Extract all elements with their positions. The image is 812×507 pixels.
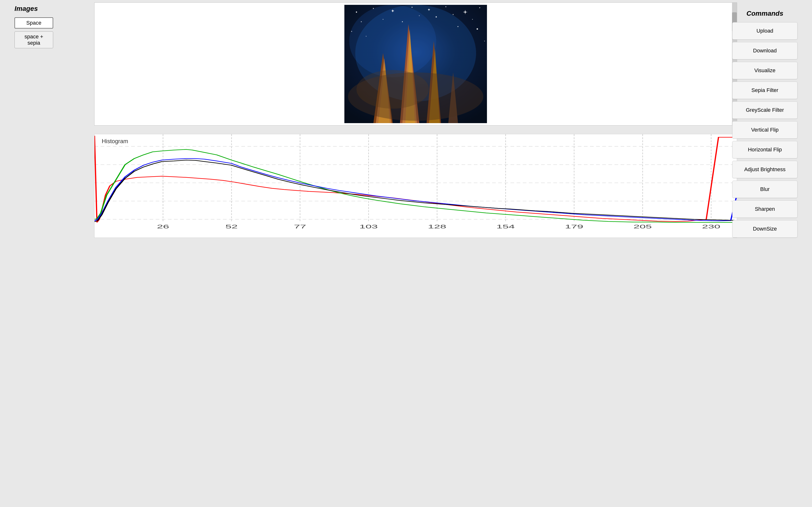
- svg-text:77: 77: [294, 223, 306, 230]
- svg-text:103: 103: [359, 223, 378, 230]
- adjust-brightness-button[interactable]: Adjust Brightness: [732, 161, 798, 178]
- space-image: [344, 5, 487, 123]
- commands-panel: Commands Upload Download Visualize Sepia…: [732, 5, 802, 245]
- svg-point-21: [479, 7, 480, 8]
- svg-text:230: 230: [702, 223, 720, 230]
- svg-point-27: [351, 31, 352, 32]
- svg-text:52: 52: [225, 223, 238, 230]
- svg-point-14: [356, 12, 357, 13]
- greyscale-filter-button[interactable]: GreyScale Filter: [732, 101, 798, 119]
- image-display: [94, 2, 737, 125]
- svg-point-24: [436, 16, 437, 18]
- svg-point-17: [412, 7, 412, 8]
- sharpen-button[interactable]: Sharpen: [732, 201, 798, 218]
- svg-text:128: 128: [428, 223, 446, 230]
- svg-point-33: [484, 41, 485, 42]
- blur-button[interactable]: Blur: [732, 181, 798, 198]
- svg-point-23: [383, 19, 384, 20]
- svg-point-22: [361, 21, 362, 22]
- download-button[interactable]: Download: [732, 42, 798, 59]
- svg-point-28: [366, 36, 367, 37]
- svg-point-26: [472, 19, 473, 20]
- images-panel-title: Images: [14, 5, 68, 12]
- main-content: Histogram 4632 3474 2316 1158 26: [94, 0, 737, 507]
- image-btn-space[interactable]: Space: [14, 17, 53, 29]
- downsize-button[interactable]: DownSize: [732, 220, 798, 237]
- svg-point-25: [453, 14, 454, 15]
- histogram-container: Histogram 4632 3474 2316 1158 26: [94, 134, 737, 238]
- upload-button[interactable]: Upload: [732, 22, 798, 40]
- svg-point-30: [476, 28, 478, 30]
- svg-point-2: [349, 5, 436, 77]
- svg-point-32: [402, 21, 403, 22]
- svg-point-19: [445, 6, 446, 7]
- svg-text:179: 179: [565, 223, 583, 230]
- image-btn-space-sepia[interactable]: space + sepia: [14, 32, 53, 48]
- red-channel: [95, 136, 737, 222]
- horizontal-flip-button[interactable]: Horizontal Flip: [732, 141, 798, 158]
- svg-point-29: [457, 26, 458, 27]
- histogram-chart: 4632 3474 2316 1158 26 52 77 103 128 154…: [95, 134, 737, 237]
- svg-point-31: [419, 15, 420, 16]
- svg-text:205: 205: [633, 223, 652, 230]
- svg-point-15: [373, 8, 374, 9]
- svg-point-13: [356, 70, 429, 109]
- sepia-filter-button[interactable]: Sepia Filter: [732, 81, 798, 99]
- commands-panel-title: Commands: [732, 10, 798, 17]
- luminosity-channel: [95, 160, 737, 222]
- vertical-flip-button[interactable]: Vertical Flip: [732, 121, 798, 138]
- images-panel: Images Space space + sepia: [14, 5, 68, 51]
- visualize-button[interactable]: Visualize: [732, 62, 798, 79]
- svg-text:154: 154: [496, 223, 515, 230]
- svg-text:26: 26: [157, 223, 169, 230]
- blue-channel: [95, 159, 737, 221]
